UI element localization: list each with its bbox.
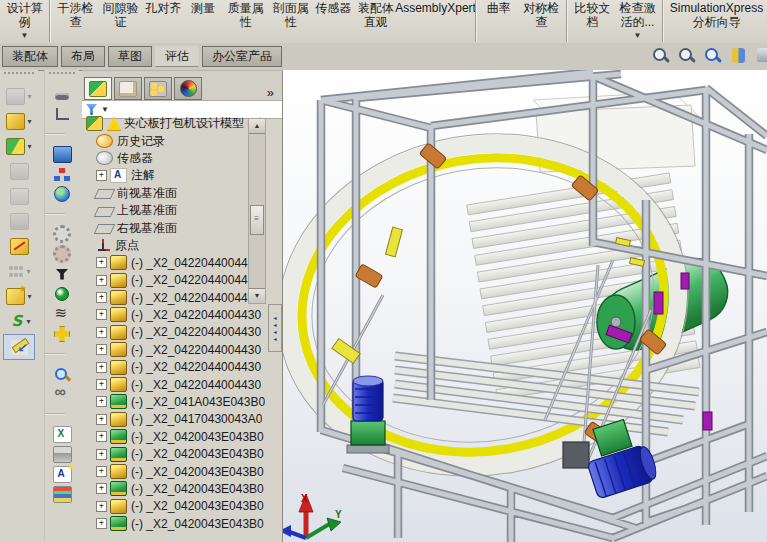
ribbon-button[interactable]: AssemblyXpert ▼ <box>398 0 473 15</box>
expand-toggle-icon[interactable] <box>96 431 107 442</box>
ribbon-button[interactable]: 测量 ▼ <box>183 0 223 15</box>
ribbon-button[interactable]: 间隙验证 ▼ <box>98 0 143 29</box>
show-hidden-components-button[interactable]: ▾ <box>0 184 38 209</box>
tree-item[interactable]: (-) _X2_0420043E043B0 <box>82 428 282 445</box>
tree-item[interactable]: (-) _X2_0420043E043B0 <box>82 498 282 515</box>
command-tab[interactable]: 办公室产品 <box>202 46 282 67</box>
ribbon-button[interactable]: SimulationXpress 分析向导 ▼ <box>666 0 767 29</box>
expand-toggle-icon[interactable] <box>96 396 107 407</box>
screw-fastener-icon[interactable] <box>45 84 79 104</box>
options-gear-icon[interactable] <box>45 224 79 244</box>
ribbon-button[interactable]: 干涉检查 ▼ <box>53 0 98 29</box>
command-tab[interactable]: 布局 <box>61 46 105 67</box>
belt-chain-button[interactable]: ▾ <box>0 309 38 334</box>
ribbon-button[interactable]: 对称检查 ▼ <box>519 0 564 29</box>
previous-view-icon[interactable] <box>703 46 723 66</box>
expand-toggle-icon[interactable] <box>96 309 107 320</box>
smart-components-button[interactable]: ▾ <box>0 284 38 309</box>
insert-components-button[interactable]: ▾ <box>0 84 38 109</box>
find-binoculars-icon[interactable] <box>45 384 79 404</box>
ribbon-button[interactable]: 曲率 ▼ <box>479 0 519 15</box>
machine-3d-model[interactable]: X Y <box>283 70 767 542</box>
filter-funnel-icon[interactable] <box>45 264 79 284</box>
toolbar-button[interactable] <box>45 344 79 364</box>
dropdown-caret-icon[interactable]: ▼ <box>633 32 641 40</box>
spring-icon[interactable] <box>45 304 79 324</box>
smart-fasteners-button[interactable]: ▾ <box>0 234 38 259</box>
excel-export-icon[interactable] <box>45 424 79 444</box>
tree-item[interactable]: (-) _X2_0422044004430 <box>82 324 282 341</box>
share-network-icon[interactable] <box>45 164 79 184</box>
toolbar-grip[interactable] <box>49 72 75 80</box>
expand-toggle-icon[interactable] <box>96 344 107 355</box>
tab-propertymanager[interactable] <box>114 77 142 100</box>
tree-item[interactable]: (-) _X2_0420043E043B0 <box>82 445 282 462</box>
tree-item[interactable]: (-) _X2_0422044004430 <box>82 341 282 358</box>
ribbon-button[interactable]: ▼ <box>662 0 664 42</box>
toolbar-button[interactable] <box>45 124 79 144</box>
ribbon-button[interactable]: 孔对齐 ▼ <box>143 0 183 15</box>
scroll-up-button[interactable]: ▲ <box>249 119 265 134</box>
scroll-down-button[interactable]: ▼ <box>249 288 265 303</box>
dropdown-caret-icon[interactable]: ▾ <box>27 292 31 301</box>
expand-toggle-icon[interactable] <box>96 449 107 460</box>
panel-splitter-handle[interactable]: ◂◂◂◂ <box>268 304 282 352</box>
fastener-cross-icon[interactable] <box>45 324 79 344</box>
component-pattern-button[interactable]: ▾ <box>0 259 38 284</box>
tab-configurationmanager[interactable] <box>144 77 172 100</box>
expand-toggle-icon[interactable] <box>96 275 107 286</box>
ribbon-button[interactable]: ▼ <box>49 0 51 42</box>
move-component-button[interactable]: ▾ <box>3 334 35 360</box>
tree-item[interactable]: (-) _X2_0422044004430 <box>82 358 282 375</box>
ribbon-button[interactable]: 质量属性 ▼ <box>223 0 268 29</box>
tree-scrollbar[interactable]: ▲ ≡ ▼ <box>248 118 266 304</box>
command-tab[interactable]: 草图 <box>108 46 152 67</box>
tree-item[interactable]: (-) _X2_0420043E043B0 <box>82 463 282 480</box>
expand-toggle-icon[interactable] <box>96 414 107 425</box>
expand-toggle-icon[interactable] <box>96 483 107 494</box>
tree-item[interactable]: (-) _X2_0422044004430 <box>82 306 282 323</box>
addins-gear-icon[interactable] <box>45 244 79 264</box>
ribbon-button[interactable]: 剖面属性 ▼ <box>268 0 313 29</box>
tab-featuremanager[interactable] <box>84 77 112 100</box>
command-tab[interactable]: 评估 <box>155 46 199 67</box>
tree-item[interactable]: (-) _X2_041A043E043B0 <box>82 393 282 410</box>
dropdown-caret-icon[interactable]: ▾ <box>26 267 30 276</box>
panel-overflow-chevron[interactable]: » <box>261 85 280 100</box>
zoom-to-area-icon[interactable] <box>677 46 697 66</box>
expand-toggle-icon[interactable] <box>96 501 107 512</box>
tree-item[interactable]: (-) _X2_0420043E043B0 <box>82 480 282 497</box>
tree-item[interactable]: (-) _X2_0420043E043B0 <box>82 515 282 532</box>
toolbar-button[interactable] <box>45 204 79 224</box>
dropdown-caret-icon[interactable]: ▾ <box>26 317 30 326</box>
filter-dropdown-caret-icon[interactable]: ▼ <box>101 105 109 114</box>
command-tab[interactable]: 装配体 <box>2 46 58 67</box>
ribbon-button[interactable]: 装配体直观 ▼ <box>353 0 398 29</box>
ribbon-button[interactable]: 检查激活的... ▼ <box>615 0 660 40</box>
filter-funnel-icon[interactable] <box>86 104 97 115</box>
corner-sketch-icon[interactable] <box>45 104 79 124</box>
toolbar-button[interactable] <box>45 404 79 424</box>
dropdown-caret-icon[interactable]: ▾ <box>27 117 31 126</box>
expand-toggle-icon[interactable] <box>96 466 107 477</box>
ribbon-button[interactable]: 比较文档 ▼ <box>570 0 615 29</box>
ribbon-button[interactable]: ▼ <box>566 0 568 42</box>
scrollbar-thumb[interactable]: ≡ <box>250 205 264 235</box>
expand-toggle-icon[interactable] <box>96 362 107 373</box>
tab-displaymanager[interactable] <box>174 77 202 100</box>
dropdown-caret-icon[interactable]: ▼ <box>21 32 29 40</box>
expand-toggle-icon[interactable] <box>96 292 107 303</box>
expand-toggle-icon[interactable] <box>96 257 107 268</box>
ribbon-button[interactable]: 设计算例 ▼ <box>2 0 47 40</box>
expand-toggle-icon[interactable] <box>96 327 107 338</box>
dropdown-caret-icon[interactable]: ▾ <box>27 142 31 151</box>
linear-pattern-button[interactable]: ▾ <box>0 159 38 184</box>
search-icon[interactable] <box>45 364 79 384</box>
pin-marker-icon[interactable] <box>45 284 79 304</box>
expand-toggle-icon[interactable] <box>96 379 107 390</box>
tree-item[interactable]: (-) _X2_0422044004430 <box>82 376 282 393</box>
assembly-features-button[interactable]: ▾ <box>0 209 38 234</box>
note-icon[interactable] <box>45 464 79 484</box>
zoom-to-fit-icon[interactable] <box>651 46 671 66</box>
section-view-icon[interactable] <box>729 46 749 66</box>
